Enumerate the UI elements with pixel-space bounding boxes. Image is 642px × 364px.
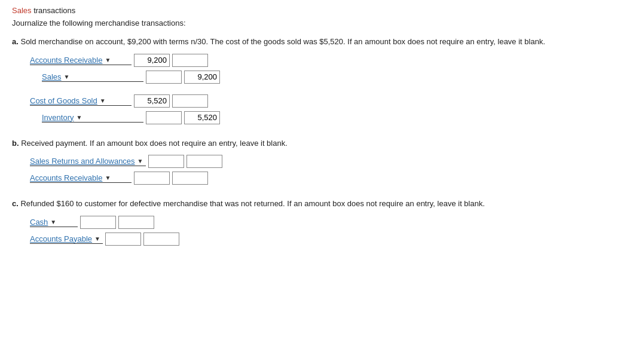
debit-input[interactable] xyxy=(80,216,116,229)
debit-input[interactable] xyxy=(105,233,141,246)
account-name-label: Cost of Goods Sold xyxy=(30,96,97,105)
sales-returns-select[interactable]: Sales Returns and Allowances ▼ xyxy=(30,157,146,166)
account-name-label: Accounts Receivable xyxy=(30,173,102,182)
account-name-label: Cash xyxy=(30,218,48,227)
section-a-label: a. Sold merchandise on account, $9,200 w… xyxy=(12,36,630,48)
dropdown-arrow-icon[interactable]: ▼ xyxy=(105,57,111,63)
section-a: a. Sold merchandise on account, $9,200 w… xyxy=(12,36,630,124)
entry-row: Cost of Goods Sold ▼ xyxy=(30,94,630,108)
credit-input[interactable] xyxy=(184,71,220,84)
sales-label: Sales xyxy=(12,6,32,15)
cash-select[interactable]: Cash ▼ xyxy=(30,218,78,227)
credit-input[interactable] xyxy=(187,155,222,168)
account-name-label: Inventory xyxy=(42,113,74,122)
debit-input[interactable] xyxy=(146,111,182,124)
accounts-receivable-b-select[interactable]: Accounts Receivable ▼ xyxy=(30,173,132,183)
entry-row: Inventory ▼ xyxy=(42,111,630,124)
entry-row: Sales Returns and Allowances ▼ xyxy=(30,155,630,168)
credit-input[interactable] xyxy=(118,216,154,229)
dropdown-arrow-icon[interactable]: ▼ xyxy=(94,235,100,242)
section-b-entries: Sales Returns and Allowances ▼ Accounts … xyxy=(30,155,630,185)
entry-row: Accounts Receivable ▼ xyxy=(30,54,630,67)
dropdown-arrow-icon[interactable]: ▼ xyxy=(137,158,143,164)
instruction-text: Journalize the following merchandise tra… xyxy=(12,19,630,27)
section-b-label: b. Received payment. If an amount box do… xyxy=(12,137,630,149)
debit-input[interactable] xyxy=(134,172,170,185)
section-c-label: c. Refunded $160 to customer for defecti… xyxy=(12,198,630,210)
title-rest: transactions xyxy=(32,6,76,15)
section-a-bold: a. xyxy=(12,37,19,46)
account-name-label: Accounts Receivable xyxy=(30,56,102,65)
entry-row: Accounts Payable ▼ xyxy=(30,233,630,246)
section-b: b. Received payment. If an amount box do… xyxy=(12,137,630,185)
credit-input[interactable] xyxy=(143,233,179,246)
section-a-entries: Accounts Receivable ▼ Sales ▼ Co xyxy=(30,54,630,124)
section-c-bold: c. xyxy=(12,199,19,208)
accounts-receivable-select[interactable]: Accounts Receivable ▼ xyxy=(30,56,132,65)
credit-input[interactable] xyxy=(172,172,208,185)
section-c-entries: Cash ▼ Accounts Payable ▼ xyxy=(30,216,630,246)
sales-select[interactable]: Sales ▼ xyxy=(42,72,143,82)
section-b-text: Received payment. If an amount box does … xyxy=(19,139,288,148)
debit-input[interactable] xyxy=(146,71,182,84)
dropdown-arrow-icon[interactable]: ▼ xyxy=(105,175,111,181)
dropdown-arrow-icon[interactable]: ▼ xyxy=(64,74,70,80)
credit-input[interactable] xyxy=(172,94,208,108)
entry-row: Cash ▼ xyxy=(30,216,630,229)
section-a-text: Sold merchandise on account, $9,200 with… xyxy=(19,37,545,46)
credit-input[interactable] xyxy=(184,111,220,124)
debit-input[interactable] xyxy=(148,155,184,168)
entry-row: Sales ▼ xyxy=(42,71,630,84)
dropdown-arrow-icon[interactable]: ▼ xyxy=(100,97,106,104)
accounts-payable-select[interactable]: Accounts Payable ▼ xyxy=(30,234,103,244)
dropdown-arrow-icon[interactable]: ▼ xyxy=(50,219,56,225)
entry-row: Accounts Receivable ▼ xyxy=(30,172,630,185)
account-name-label: Sales xyxy=(42,72,62,81)
account-name-label: Sales Returns and Allowances xyxy=(30,157,135,166)
account-name-label: Accounts Payable xyxy=(30,234,92,243)
debit-input[interactable] xyxy=(134,94,170,108)
page-container: Sales transactions Journalize the follow… xyxy=(12,6,630,246)
page-title-line: Sales transactions xyxy=(12,6,630,15)
dropdown-arrow-icon[interactable]: ▼ xyxy=(76,114,82,121)
spacer xyxy=(30,87,630,91)
credit-input[interactable] xyxy=(172,54,208,67)
cost-of-goods-sold-select[interactable]: Cost of Goods Sold ▼ xyxy=(30,96,132,106)
section-c: c. Refunded $160 to customer for defecti… xyxy=(12,198,630,246)
section-c-text: Refunded $160 to customer for defective … xyxy=(19,199,485,208)
section-b-bold: b. xyxy=(12,139,19,148)
debit-input[interactable] xyxy=(134,54,170,67)
inventory-select[interactable]: Inventory ▼ xyxy=(42,113,143,123)
